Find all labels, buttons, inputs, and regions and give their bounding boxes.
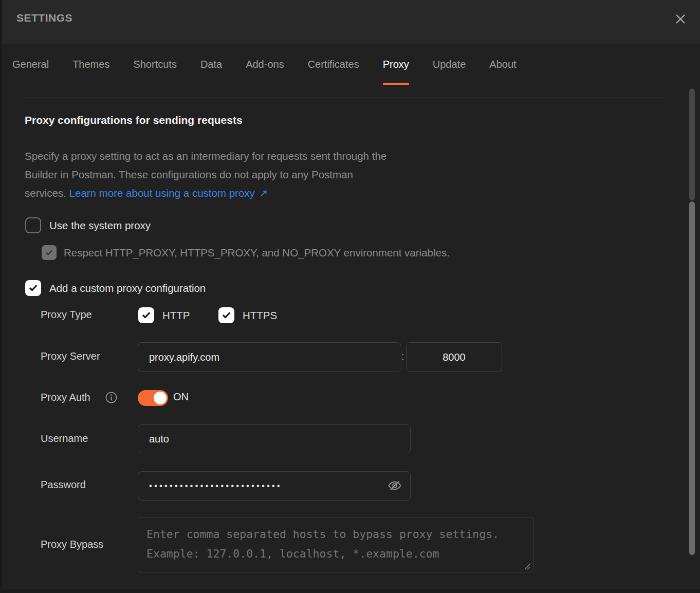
proxy-server-label: Proxy Server: [41, 350, 100, 362]
left-edge: [0, 0, 2, 593]
resize-handle-icon[interactable]: [523, 562, 531, 570]
system-proxy-label: Use the system proxy: [49, 219, 151, 232]
proxy-type-label: Proxy Type: [41, 309, 92, 321]
bottom-edge: [0, 589, 700, 593]
proxy-type-http: HTTP: [138, 307, 190, 323]
proxy-host-input[interactable]: [138, 342, 401, 372]
dialog-title: SETTINGS: [16, 12, 72, 24]
proxy-bypass-textarea[interactable]: [138, 517, 533, 572]
proxy-auth-label: Proxy Auth: [41, 392, 90, 403]
proxy-type-https: HTTPS: [218, 307, 277, 323]
scrollbar-track-segment: [689, 88, 695, 200]
tab-themes[interactable]: Themes: [72, 44, 109, 85]
settings-tabbar: General Themes Shortcuts Data Add-ons Ce…: [0, 44, 700, 85]
scrollbar-thumb[interactable]: [689, 201, 695, 555]
host-port-separator: :: [401, 350, 404, 362]
proxy-auth-state: ON: [173, 391, 189, 403]
settings-dialog: SETTINGS General Themes Shortcuts Data A…: [0, 0, 700, 593]
close-icon[interactable]: [673, 12, 688, 26]
https-checkbox[interactable]: [218, 307, 234, 323]
tab-add-ons[interactable]: Add-ons: [246, 44, 284, 85]
tab-proxy[interactable]: Proxy: [383, 44, 409, 85]
toggle-knob: [154, 392, 167, 404]
tab-update[interactable]: Update: [433, 44, 466, 85]
https-label: HTTPS: [243, 309, 277, 322]
password-input[interactable]: [138, 471, 411, 501]
section-title: Proxy configurations for sending request…: [25, 114, 243, 126]
respect-env-label: Respect HTTP_PROXY, HTTPS_PROXY, and NO_…: [64, 247, 450, 259]
username-label: Username: [41, 433, 88, 444]
custom-proxy-label: Add a custom proxy configuration: [49, 282, 206, 294]
description-line-3-prefix: services.: [25, 187, 69, 199]
dialog-header: SETTINGS: [0, 0, 700, 44]
proxy-bypass-label: Proxy Bypass: [41, 539, 103, 550]
tab-data[interactable]: Data: [200, 44, 222, 85]
proxy-auth-toggle[interactable]: [138, 390, 168, 406]
system-proxy-checkbox[interactable]: [25, 217, 41, 233]
tab-shortcuts[interactable]: Shortcuts: [133, 44, 176, 85]
content-divider: [25, 98, 666, 98]
description-line-2: Builder in Postman. These configurations…: [25, 165, 386, 184]
password-label: Password: [41, 479, 86, 491]
http-checkbox[interactable]: [138, 307, 154, 323]
external-link-arrow-icon[interactable]: ↗: [259, 187, 268, 199]
learn-more-link[interactable]: Learn more about using a custom proxy: [69, 187, 255, 199]
section-description: Specify a proxy setting to act as an int…: [25, 147, 386, 202]
info-icon[interactable]: [105, 392, 118, 404]
tab-certificates[interactable]: Certificates: [308, 44, 359, 85]
description-line-3: services. Learn more about using a custo…: [25, 184, 386, 202]
description-line-1: Specify a proxy setting to act as an int…: [25, 147, 386, 165]
username-input[interactable]: [138, 424, 411, 453]
respect-env-checkbox: [42, 245, 57, 260]
tab-about[interactable]: About: [489, 44, 516, 85]
password-visibility-icon[interactable]: [385, 476, 404, 495]
http-label: HTTP: [162, 309, 190, 322]
proxy-port-input[interactable]: [406, 342, 502, 372]
custom-proxy-row: Add a custom proxy configuration: [25, 280, 206, 296]
system-proxy-row: Use the system proxy: [25, 217, 151, 233]
respect-env-row: Respect HTTP_PROXY, HTTPS_PROXY, and NO_…: [42, 245, 450, 260]
custom-proxy-checkbox[interactable]: [25, 280, 41, 296]
tab-general[interactable]: General: [12, 44, 49, 85]
